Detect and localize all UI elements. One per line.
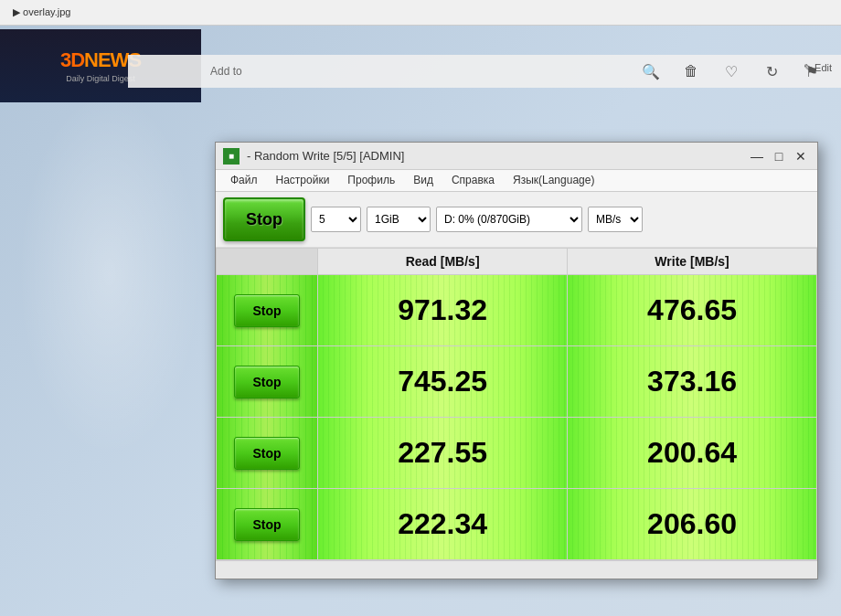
menu-settings[interactable]: Настройки xyxy=(269,172,337,190)
controls-row: Stop 5 1GiB D: 0% (0/870GiB) MB/s xyxy=(216,192,817,248)
close-button[interactable]: ✕ xyxy=(792,147,810,165)
minimize-button[interactable]: — xyxy=(748,147,766,165)
menu-bar: Файл Настройки Профиль Вид Справка Язык(… xyxy=(216,170,817,192)
second-toolbar: Add to 🔍 🗑 ♡ ↻ ⚑ xyxy=(128,55,841,88)
read-value-2: 227.55 xyxy=(318,418,568,489)
stop-cell-0: Stop xyxy=(217,275,318,346)
write-value-1: 373.16 xyxy=(568,346,817,418)
title-bar: ■ - Random Write [5/5] [ADMIN] — □ ✕ xyxy=(216,143,817,170)
logo-3d: 3D xyxy=(60,48,84,71)
menu-help[interactable]: Справка xyxy=(444,172,502,190)
app-icon: ■ xyxy=(223,148,240,165)
toolbar-label: ▶ overlay.jpg xyxy=(7,5,76,20)
stop-cell-1: Stop xyxy=(217,346,318,418)
decorative-circles xyxy=(18,91,201,457)
menu-profile[interactable]: Профиль xyxy=(340,172,402,190)
count-select[interactable]: 5 xyxy=(311,207,361,232)
stop-cell-3: Stop xyxy=(217,489,318,560)
cdm-window: ■ - Random Write [5/5] [ADMIN] — □ ✕ Фай… xyxy=(215,142,818,579)
stop-button-3[interactable]: Stop xyxy=(234,508,300,541)
read-value-1: 745.25 xyxy=(318,346,568,418)
edit-label[interactable]: ✎ Edit xyxy=(804,62,832,74)
header-read: Read [MB/s] xyxy=(318,249,568,275)
benchmark-table: Read [MB/s] Write [MB/s] Stop971.32476.6… xyxy=(216,248,817,560)
logo-subtitle: Daily Digital Digest xyxy=(66,74,135,83)
heart-icon[interactable]: ♡ xyxy=(720,60,742,82)
write-value-3: 206.60 xyxy=(568,489,817,560)
maximize-button[interactable]: □ xyxy=(770,147,788,165)
table-header-row: Read [MB/s] Write [MB/s] xyxy=(217,249,817,275)
refresh-icon[interactable]: ↻ xyxy=(761,60,782,82)
stop-button-0[interactable]: Stop xyxy=(234,294,300,327)
table-row: Stop745.25373.16 xyxy=(217,346,817,418)
menu-view[interactable]: Вид xyxy=(406,172,441,190)
top-toolbar: ▶ overlay.jpg xyxy=(0,0,841,26)
unit-select[interactable]: MB/s xyxy=(588,207,643,232)
title-bar-controls: — □ ✕ xyxy=(748,147,810,165)
write-value-2: 200.64 xyxy=(568,418,817,489)
read-value-0: 971.32 xyxy=(318,275,568,346)
delete-icon[interactable]: 🗑 xyxy=(680,60,702,82)
write-value-0: 476.65 xyxy=(568,275,817,346)
menu-language[interactable]: Язык(Language) xyxy=(506,172,601,190)
stop-button-1[interactable]: Stop xyxy=(234,366,300,398)
header-write: Write [MB/s] xyxy=(568,249,817,275)
size-select[interactable]: 1GiB xyxy=(367,207,431,232)
status-bar xyxy=(216,560,817,579)
stop-button-2[interactable]: Stop xyxy=(234,437,300,470)
window-title: - Random Write [5/5] [ADMIN] xyxy=(247,149,748,163)
drive-select[interactable]: D: 0% (0/870GiB) xyxy=(436,207,582,232)
add-to-label[interactable]: Add to xyxy=(210,65,242,78)
read-value-3: 222.34 xyxy=(318,489,568,560)
table-row: Stop971.32476.65 xyxy=(217,275,817,346)
table-row: Stop227.55200.64 xyxy=(217,418,817,489)
main-stop-button[interactable]: Stop xyxy=(223,197,305,241)
table-row: Stop222.34206.60 xyxy=(217,489,817,560)
menu-file[interactable]: Файл xyxy=(223,172,265,190)
stop-cell-2: Stop xyxy=(217,418,318,489)
search-icon[interactable]: 🔍 xyxy=(640,60,662,82)
header-label xyxy=(217,249,318,275)
